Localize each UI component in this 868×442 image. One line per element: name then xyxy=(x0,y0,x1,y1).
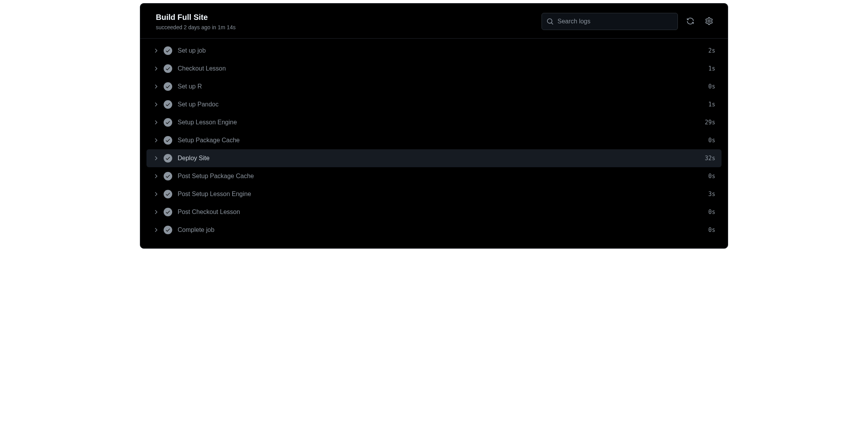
step-duration: 0s xyxy=(708,83,715,90)
status-subtitle: succeeded 2 days ago in 1m 14s xyxy=(156,24,236,30)
step-label: Post Setup Package Cache xyxy=(178,173,708,180)
step-duration: 2s xyxy=(708,47,715,54)
chevron-right-icon xyxy=(153,101,159,108)
step-duration: 1s xyxy=(708,101,715,108)
check-icon xyxy=(164,82,172,91)
check-icon xyxy=(164,136,172,145)
step-row[interactable]: Checkout Lesson1s xyxy=(146,60,722,78)
check-icon xyxy=(164,190,172,198)
chevron-right-icon xyxy=(153,48,159,54)
check-icon xyxy=(164,46,172,55)
step-label: Setup Package Cache xyxy=(178,137,708,144)
check-icon xyxy=(164,172,172,180)
check-icon xyxy=(164,64,172,73)
step-label: Checkout Lesson xyxy=(178,65,708,72)
step-row[interactable]: Set up job2s xyxy=(146,42,722,60)
chevron-right-icon xyxy=(153,119,159,126)
step-label: Complete job xyxy=(178,226,708,233)
step-duration: 32s xyxy=(705,155,715,162)
chevron-right-icon xyxy=(153,155,159,161)
steps-list: Set up job2sCheckout Lesson1sSet up R0sS… xyxy=(140,39,728,248)
step-duration: 1s xyxy=(708,65,715,72)
header-right xyxy=(542,13,715,30)
chevron-right-icon xyxy=(153,209,159,215)
check-icon xyxy=(164,154,172,163)
header: Build Full Site succeeded 2 days ago in … xyxy=(140,4,728,39)
step-duration: 0s xyxy=(708,209,715,216)
page-title: Build Full Site xyxy=(156,13,236,22)
step-row[interactable]: Post Checkout Lesson0s xyxy=(146,203,722,221)
step-row[interactable]: Deploy Site32s xyxy=(146,149,722,167)
chevron-right-icon xyxy=(153,65,159,72)
step-label: Post Checkout Lesson xyxy=(178,209,708,216)
step-row[interactable]: Complete job0s xyxy=(146,221,722,239)
check-icon xyxy=(164,100,172,109)
step-duration: 3s xyxy=(708,191,715,198)
search-box[interactable] xyxy=(542,13,678,30)
chevron-right-icon xyxy=(153,173,159,179)
step-duration: 0s xyxy=(708,173,715,180)
settings-button[interactable] xyxy=(703,15,715,28)
step-label: Setup Lesson Engine xyxy=(178,119,705,126)
step-label: Post Setup Lesson Engine xyxy=(178,191,708,198)
step-row[interactable]: Setup Package Cache0s xyxy=(146,131,722,149)
log-viewer: Build Full Site succeeded 2 days ago in … xyxy=(140,3,728,249)
step-duration: 0s xyxy=(708,226,715,233)
gear-icon xyxy=(705,17,713,26)
refresh-button[interactable] xyxy=(684,15,697,28)
step-row[interactable]: Post Setup Package Cache0s xyxy=(146,167,722,185)
step-row[interactable]: Setup Lesson Engine29s xyxy=(146,113,722,131)
refresh-icon xyxy=(686,17,694,26)
step-row[interactable]: Set up Pandoc1s xyxy=(146,95,722,113)
check-icon xyxy=(164,208,172,216)
search-input[interactable] xyxy=(557,18,673,25)
step-duration: 29s xyxy=(705,119,715,126)
chevron-right-icon xyxy=(153,227,159,233)
search-icon xyxy=(547,18,554,25)
step-duration: 0s xyxy=(708,137,715,144)
check-icon xyxy=(164,226,172,234)
step-label: Set up Pandoc xyxy=(178,101,708,108)
step-label: Set up R xyxy=(178,83,708,90)
chevron-right-icon xyxy=(153,191,159,197)
step-row[interactable]: Post Setup Lesson Engine3s xyxy=(146,185,722,203)
check-icon xyxy=(164,118,172,127)
chevron-right-icon xyxy=(153,83,159,90)
chevron-right-icon xyxy=(153,137,159,143)
step-label: Deploy Site xyxy=(178,155,705,162)
step-row[interactable]: Set up R0s xyxy=(146,78,722,95)
step-label: Set up job xyxy=(178,47,708,54)
header-left: Build Full Site succeeded 2 days ago in … xyxy=(156,13,236,30)
